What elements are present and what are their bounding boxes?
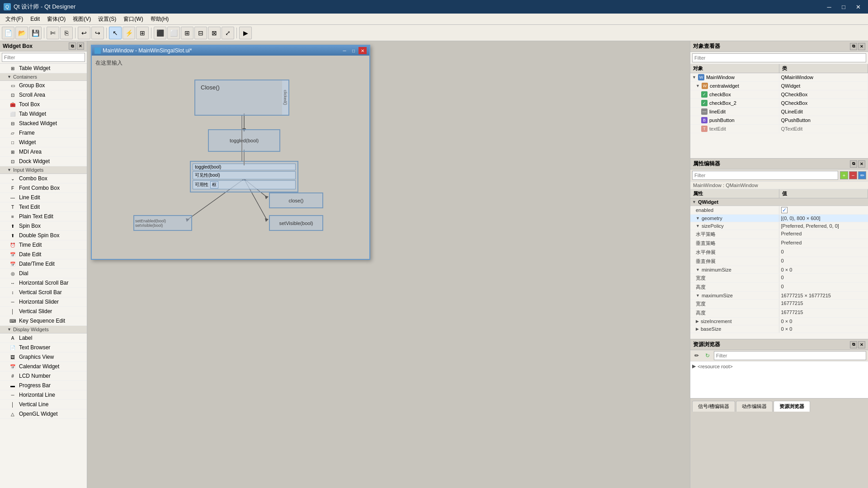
widget-item-widget[interactable]: □ Widget [0,138,87,147]
prop-row-enabled[interactable]: enabled ✓ [690,206,868,215]
widget-item-time-edit[interactable]: ⏰ Time Edit [0,240,87,250]
widget-item-spin-box[interactable]: ⬆ Spin Box [0,221,87,231]
widget-item-vslider[interactable]: │ Vertical Slider [0,307,87,316]
menu-edit[interactable]: Edit [27,15,43,23]
prop-row-hpolicy[interactable]: 水平策略 Preferred [690,230,868,239]
tree-item-mainwindow[interactable]: ▼ W MainWindow QMainWindow [690,73,868,82]
widget-item-dial[interactable]: ◎ Dial [0,269,87,278]
toolbar-save[interactable]: 💾 [29,27,42,39]
object-inspector-float[interactable]: ⧉ [850,43,857,50]
widget-item-double-spin-box[interactable]: ⬆ Double Spin Box [0,231,87,240]
prop-edit-button[interactable]: ✏ [858,171,866,179]
prop-row-minheight[interactable]: 高度 0 [690,283,868,292]
resource-edit-button[interactable]: ✏ [692,351,701,360]
prop-row-basesize[interactable]: ▶ baseSize 0 × 0 [690,325,868,333]
widget-item-calendar-widget[interactable]: 📅 Calendar Widget [0,362,87,371]
widget-item-graphics-view[interactable]: 🖼 Graphics View [0,352,87,362]
widget-item-vscrollbar[interactable]: ↕ Vertical Scroll Bar [0,288,87,297]
prop-minus-button[interactable]: − [849,171,857,179]
widget-item-tab-widget[interactable]: ⬜ Tab Widget [0,109,87,119]
toolbar-mode-tab[interactable]: ⊞ [136,27,149,39]
widget-item-plain-text-edit[interactable]: ≡ Plain Text Edit [0,212,87,221]
tree-item-checkbox2[interactable]: ✓ checkBox_2 QCheckBox [690,99,868,108]
widget-item-group-box[interactable]: ▭ Group Box [0,81,87,90]
menu-help[interactable]: 帮助(H) [147,14,173,24]
widget-item-datetime-edit[interactable]: 📅 Date/Time Edit [0,259,87,269]
toolbar-cut[interactable]: ✄ [47,27,59,39]
widget-item-text-edit[interactable]: T Text Edit [0,202,87,212]
prop-row-hstretch[interactable]: 水平伸展 0 [690,248,868,257]
widget-item-horizontal-line[interactable]: ─ Horizontal Line [0,390,87,400]
resource-root-item[interactable]: ▶ <resource root> [692,363,866,369]
section-containers[interactable]: ▼ Containers [0,73,87,81]
widget-item-vertical-line[interactable]: │ Vertical Line [0,400,87,409]
widget-item-line-edit[interactable]: — Line Edit [0,193,87,202]
toolbar-layout-h[interactable]: ⬛ [154,27,166,39]
toolbar-undo[interactable]: ↩ [78,27,90,39]
prop-row-minwidth[interactable]: 宽度 0 [690,274,868,283]
prop-row-geometry[interactable]: ▼ geometry [(0, 0), 800 × 600] [690,215,868,222]
toolbar-layout-v[interactable]: ⬜ [167,27,180,39]
menu-view[interactable]: 视图(V) [69,14,94,24]
resource-browser-float[interactable]: ⧉ [850,341,857,348]
prop-row-sizeincrement[interactable]: ▶ sizeIncrement 0 × 0 [690,318,868,325]
enabled-checkbox[interactable]: ✓ [781,207,788,213]
widget-item-font-combo-box[interactable]: F Font Combo Box [0,183,87,193]
toolbar-preview[interactable]: ▶ [239,27,252,39]
prop-add-button[interactable]: + [840,171,848,179]
prop-row-maxheight[interactable]: 高度 16777215 [690,309,868,318]
designer-close[interactable]: ✕ [359,47,367,54]
tree-item-checkbox[interactable]: ✓ checkBox QCheckBox [690,90,868,99]
toolbar-mode-pointer[interactable]: ↖ [109,27,122,39]
toolbar-adjust-size[interactable]: ⤢ [222,27,234,39]
close-button[interactable]: ✕ [852,2,864,12]
widget-item-key-sequence-edit[interactable]: ⌨ Key Sequence Edit [0,316,87,326]
tree-item-centralwidget[interactable]: ▼ W centralwidget QWidget [690,82,868,90]
tree-item-textedit[interactable]: T textEdit QTextEdit [690,125,868,133]
toolbar-copy[interactable]: ⎘ [60,27,73,39]
widget-item-scroll-area[interactable]: ⊡ Scroll Area [0,90,87,100]
tree-item-pushbutton[interactable]: B pushButton QPushButton [690,116,868,125]
toolbar-open[interactable]: 📂 [15,27,28,39]
widget-item-combo-box[interactable]: ⌄ Combo Box [0,174,87,183]
toolbar-layout-grid[interactable]: ⊞ [181,27,193,39]
widget-item-hslider[interactable]: ─ Horizontal Slider [0,297,87,307]
widget-item-text-browser[interactable]: 📄 Text Browser [0,343,87,352]
tree-item-lineedit[interactable]: — lineEdit QLineEdit [690,108,868,116]
prop-row-vpolicy[interactable]: 垂直策略 Preferred [690,239,868,248]
widget-item-opengl-widget[interactable]: △ OpenGL Widget [0,409,87,419]
toolbar-layout-form[interactable]: ⊟ [194,27,207,39]
menu-window[interactable]: 窗口(W) [120,14,146,24]
designer-restore[interactable]: □ [349,47,358,54]
toolbar-new[interactable]: 📄 [2,27,14,39]
toolbar-redo[interactable]: ↪ [91,27,104,39]
widget-item-label[interactable]: A Label [0,333,87,343]
property-filter-input[interactable] [692,171,838,180]
property-editor-close[interactable]: ✕ [858,160,865,168]
prop-row-maxwidth[interactable]: 宽度 16777215 [690,300,868,309]
widget-filter-input[interactable] [2,53,85,62]
menu-form[interactable]: 窗体(O) [43,14,69,24]
minimize-button[interactable]: ─ [823,2,835,12]
prop-row-minsize[interactable]: ▼ minimumSize 0 × 0 [690,266,868,274]
widget-item-table-widget[interactable]: ⊞ Table Widget [0,64,87,73]
resource-filter-input[interactable] [714,351,866,360]
widget-item-lcd-number[interactable]: # LCD Number [0,371,87,381]
widget-item-dock-widget[interactable]: ⊡ Dock Widget [0,157,87,166]
prop-row-vstretch[interactable]: 垂直伸展 0 [690,257,868,266]
canvas-area[interactable]: MainWindow - MainWinSingalSlot.ui* ─ □ ✕… [87,41,690,488]
widget-item-tool-box[interactable]: 🧰 Tool Box [0,100,87,109]
prop-row-sizepolicy[interactable]: ▼ sizePolicy [Preferred, Preferred, 0, 0… [690,222,868,230]
restore-button[interactable]: □ [837,2,850,12]
widget-item-hscrollbar[interactable]: ↔ Horizontal Scroll Bar [0,278,87,288]
section-input-widgets[interactable]: ▼ Input Widgets [0,166,87,174]
resource-browser-close[interactable]: ✕ [858,341,865,348]
widget-item-frame[interactable]: ▱ Frame [0,128,87,138]
tab-resource-browser[interactable]: 资源浏览器 [774,401,810,412]
tab-action-editor[interactable]: 动作编辑器 [736,401,773,412]
widget-item-stacked-widget[interactable]: ⊟ Stacked Widget [0,119,87,128]
widget-item-date-edit[interactable]: 📅 Date Edit [0,250,87,259]
property-editor-float[interactable]: ⧉ [850,160,857,168]
toolbar-mode-signal[interactable]: ⚡ [123,27,135,39]
object-inspector-close[interactable]: ✕ [858,43,865,50]
